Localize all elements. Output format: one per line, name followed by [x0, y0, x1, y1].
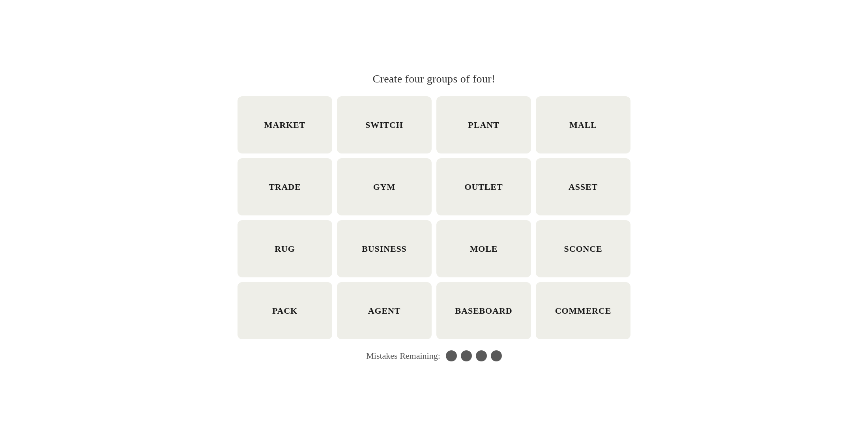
tile-rug[interactable]: RUG: [238, 220, 332, 277]
tile-commerce[interactable]: COMMERCE: [536, 282, 630, 339]
tile-label-outlet: OUTLET: [465, 182, 503, 192]
tile-asset[interactable]: ASSET: [536, 158, 630, 215]
tile-baseboard[interactable]: BASEBOARD: [436, 282, 531, 339]
tile-pack[interactable]: PACK: [238, 282, 332, 339]
tile-outlet[interactable]: OUTLET: [436, 158, 531, 215]
mistake-dot-3: [476, 350, 487, 361]
tile-label-rug: RUG: [275, 244, 295, 254]
tile-agent[interactable]: AGENT: [337, 282, 432, 339]
mistake-dot-1: [446, 350, 457, 361]
tile-label-commerce: COMMERCE: [555, 306, 612, 316]
mistake-dot-4: [491, 350, 502, 361]
tile-label-baseboard: BASEBOARD: [455, 306, 513, 316]
tile-label-pack: PACK: [272, 306, 297, 316]
mistakes-dots: [446, 350, 502, 361]
tile-label-gym: GYM: [373, 182, 395, 192]
tile-label-trade: TRADE: [269, 182, 301, 192]
mistakes-label: Mistakes Remaining:: [366, 351, 440, 361]
tile-label-mole: MOLE: [470, 244, 498, 254]
tile-gym[interactable]: GYM: [337, 158, 432, 215]
tile-label-business: BUSINESS: [362, 244, 406, 254]
tile-plant[interactable]: PLANT: [436, 96, 531, 153]
word-grid: MARKETSWITCHPLANTMALLTRADEGYMOUTLETASSET…: [238, 96, 630, 339]
tile-mall[interactable]: MALL: [536, 96, 630, 153]
tile-label-agent: AGENT: [368, 306, 401, 316]
tile-label-sconce: SCONCE: [564, 244, 602, 254]
tile-switch[interactable]: SWITCH: [337, 96, 432, 153]
tile-label-switch: SWITCH: [365, 120, 403, 130]
tile-mole[interactable]: MOLE: [436, 220, 531, 277]
tile-label-market: MARKET: [264, 120, 305, 130]
tile-label-asset: ASSET: [569, 182, 598, 192]
tile-label-mall: MALL: [569, 120, 597, 130]
tile-business[interactable]: BUSINESS: [337, 220, 432, 277]
tile-label-plant: PLANT: [468, 120, 499, 130]
tile-trade[interactable]: TRADE: [238, 158, 332, 215]
tile-market[interactable]: MARKET: [238, 96, 332, 153]
tile-sconce[interactable]: SCONCE: [536, 220, 630, 277]
mistake-dot-2: [461, 350, 472, 361]
game-container: Create four groups of four! MARKETSWITCH…: [217, 73, 651, 361]
instruction-text: Create four groups of four!: [373, 73, 496, 85]
mistakes-row: Mistakes Remaining:: [366, 350, 502, 361]
